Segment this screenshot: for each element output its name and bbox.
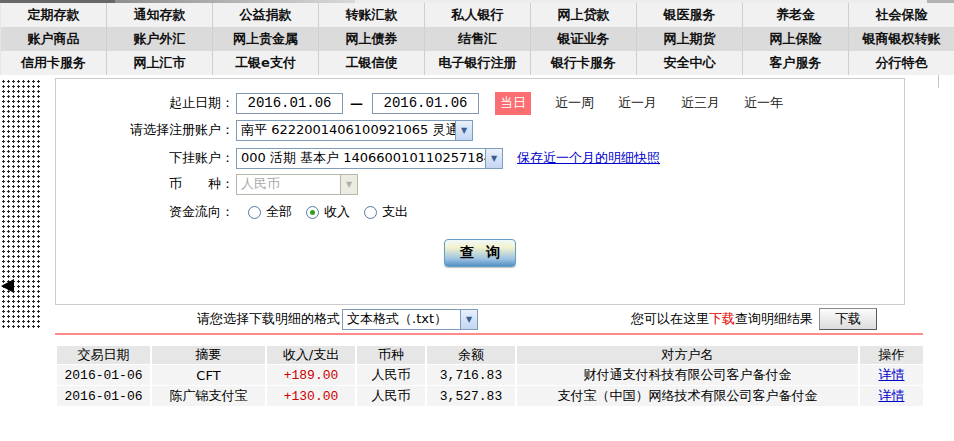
cell-currency: 人民币 <box>357 386 425 406</box>
nav-item-fixed-deposit[interactable]: 定期存款 <box>0 3 106 27</box>
fund-flow-row: 资金流向： 全部 收入 支出 <box>56 201 904 223</box>
nav-item-customer-service[interactable]: 客户服务 <box>742 51 848 75</box>
table-top-divider <box>55 333 923 335</box>
quick-range-year-link[interactable]: 近一年 <box>744 94 783 112</box>
cell-currency: 人民币 <box>357 365 425 385</box>
quick-range-week-link[interactable]: 近一周 <box>555 94 594 112</box>
download-format-select[interactable]: 文本格式（.txt） ▼ <box>342 309 478 330</box>
nav-item-bank-medical[interactable]: 银医服务 <box>636 3 742 27</box>
cell-counterparty: 支付宝（中国）网络技术有限公司客户备付金 <box>517 386 858 406</box>
main-navigation: 定期存款 通知存款 公益捐款 转账汇款 私人银行 网上贷款 银医服务 养老金 社… <box>0 3 954 75</box>
sub-account-value: 000 活期 基本户 1406600101102571848 <box>237 149 485 167</box>
chevron-down-icon: ▼ <box>485 149 502 168</box>
nav-row-3: 信用卡服务 网上汇市 工银e支付 工银信使 电子银行注册 银行卡服务 安全中心 … <box>0 51 954 75</box>
flow-radio-expense[interactable] <box>364 206 377 219</box>
col-header-counterparty: 对方户名 <box>517 346 858 364</box>
col-header-balance: 余额 <box>427 346 515 364</box>
quick-range-month-link[interactable]: 近一月 <box>618 94 657 112</box>
fund-flow-label: 资金流向： <box>56 203 234 221</box>
cell-amount: +189.00 <box>267 365 355 385</box>
cell-amount: +130.00 <box>267 386 355 406</box>
currency-label: 币 种： <box>56 175 234 193</box>
nav-item-online-insurance[interactable]: 网上保险 <box>742 27 848 51</box>
table-row: 2016-01-06 CFT +189.00 人民币 3,716.83 财付通支… <box>57 365 923 385</box>
date-separator: — <box>350 96 363 111</box>
flow-radio-expense-label[interactable]: 支出 <box>382 203 408 221</box>
query-button[interactable]: 查 询 <box>444 239 516 267</box>
nav-item-account-forex[interactable]: 账户外汇 <box>106 27 212 51</box>
nav-item-account-commodity[interactable]: 账户商品 <box>0 27 106 51</box>
collapse-left-arrow-icon[interactable] <box>1 279 14 293</box>
register-account-value: 南平 6222001406100921065 灵通卡 <box>237 121 455 139</box>
download-inline-link[interactable]: 下载 <box>709 310 735 328</box>
nav-item-bank-card-service[interactable]: 银行卡服务 <box>530 51 636 75</box>
cell-counterparty: 财付通支付科技有限公司客户备付金 <box>517 365 858 385</box>
download-format-label: 请您选择下载明细的格式 <box>197 310 340 328</box>
register-account-select[interactable]: 南平 6222001406100921065 灵通卡 ▼ <box>236 120 473 141</box>
sub-account-row: 下挂账户： 000 活期 基本户 1406600101102571848 ▼ 保… <box>56 147 904 169</box>
download-hint-prefix: 您可以在这里 <box>631 310 709 328</box>
flow-radio-income-label[interactable]: 收入 <box>324 203 350 221</box>
chevron-down-icon: ▼ <box>340 175 357 194</box>
download-row: 请您选择下载明细的格式 文本格式（.txt） ▼ 您可以在这里下载查询明细结果 … <box>55 307 905 331</box>
nav-item-online-loan[interactable]: 网上贷款 <box>530 3 636 27</box>
cell-date: 2016-01-06 <box>57 365 150 385</box>
nav-item-fx-settlement[interactable]: 结售汇 <box>424 27 530 51</box>
cell-summary: CFT <box>152 365 265 385</box>
nav-item-icbc-messenger[interactable]: 工银信使 <box>318 51 424 75</box>
nav-item-online-fx-market[interactable]: 网上汇市 <box>106 51 212 75</box>
query-form-panel: 起止日期： — 当日 近一周 近一月 近三月 近一年 请选择注册账户： 南平 6… <box>55 78 905 305</box>
nav-item-branch-features[interactable]: 分行特色 <box>848 51 954 75</box>
col-header-date: 交易日期 <box>57 346 150 364</box>
nav-item-icbc-epay[interactable]: 工银e支付 <box>212 51 318 75</box>
nav-item-ebanking-register[interactable]: 电子银行注册 <box>424 51 530 75</box>
col-header-currency: 币种 <box>357 346 425 364</box>
nav-item-bank-securities[interactable]: 银证业务 <box>530 27 636 51</box>
table-header-row: 交易日期 摘要 收入/支出 币种 余额 对方户名 操作 <box>57 346 923 364</box>
nav-item-social-insurance[interactable]: 社会保险 <box>848 3 954 27</box>
col-header-action: 操作 <box>860 346 923 364</box>
nav-item-charity-donation[interactable]: 公益捐款 <box>212 3 318 27</box>
date-to-input[interactable] <box>372 93 479 114</box>
nav-item-pension[interactable]: 养老金 <box>742 3 848 27</box>
quick-range-3months-link[interactable]: 近三月 <box>681 94 720 112</box>
currency-select-disabled: 人民币 ▼ <box>236 174 358 195</box>
currency-value: 人民币 <box>237 175 340 193</box>
transactions-section: 交易日期 摘要 收入/支出 币种 余额 对方户名 操作 2016-01-06 C… <box>55 333 923 407</box>
detail-link[interactable]: 详情 <box>879 388 905 403</box>
col-header-amount: 收入/支出 <box>267 346 355 364</box>
chevron-down-icon: ▼ <box>455 121 472 140</box>
transactions-table: 交易日期 摘要 收入/支出 币种 余额 对方户名 操作 2016-01-06 C… <box>55 345 925 407</box>
register-account-row: 请选择注册账户： 南平 6222001406100921065 灵通卡 ▼ <box>56 119 904 141</box>
cell-summary: 陈广锦支付宝 <box>152 386 265 406</box>
currency-row: 币 种： 人民币 ▼ <box>56 173 904 195</box>
detail-link[interactable]: 详情 <box>879 367 905 382</box>
nav-item-bank-merchant-transfer[interactable]: 银商银权转账 <box>848 27 954 51</box>
nav-item-online-bonds[interactable]: 网上债券 <box>318 27 424 51</box>
register-account-label: 请选择注册账户： <box>56 121 234 139</box>
nav-item-online-gold[interactable]: 网上贵金属 <box>212 27 318 51</box>
nav-item-notice-deposit[interactable]: 通知存款 <box>106 3 212 27</box>
nav-item-credit-card-service[interactable]: 信用卡服务 <box>0 51 106 75</box>
flow-radio-income[interactable] <box>306 206 319 219</box>
nav-item-online-futures[interactable]: 网上期货 <box>636 27 742 51</box>
quick-range-today-badge[interactable]: 当日 <box>495 92 531 115</box>
date-from-input[interactable] <box>236 93 343 114</box>
sub-account-label: 下挂账户： <box>56 149 234 167</box>
cell-date: 2016-01-06 <box>57 386 150 406</box>
table-row: 2016-01-06 陈广锦支付宝 +130.00 人民币 3,527.83 支… <box>57 386 923 406</box>
sub-account-select[interactable]: 000 活期 基本户 1406600101102571848 ▼ <box>236 148 503 169</box>
date-range-row: 起止日期： — 当日 近一周 近一月 近三月 近一年 <box>56 92 904 114</box>
nav-item-security-center[interactable]: 安全中心 <box>636 51 742 75</box>
download-format-value: 文本格式（.txt） <box>343 310 460 328</box>
flow-radio-all[interactable] <box>248 206 261 219</box>
col-header-summary: 摘要 <box>152 346 265 364</box>
download-button[interactable]: 下载 <box>819 308 877 330</box>
nav-item-private-banking[interactable]: 私人银行 <box>424 3 530 27</box>
nav-row-2: 账户商品 账户外汇 网上贵金属 网上债券 结售汇 银证业务 网上期货 网上保险 … <box>0 27 954 51</box>
date-range-label: 起止日期： <box>56 94 234 112</box>
flow-radio-all-label[interactable]: 全部 <box>266 203 292 221</box>
nav-item-transfer-remit[interactable]: 转账汇款 <box>318 3 424 27</box>
cell-balance: 3,527.83 <box>427 386 515 406</box>
save-snapshot-link[interactable]: 保存近一个月的明细快照 <box>517 149 660 167</box>
